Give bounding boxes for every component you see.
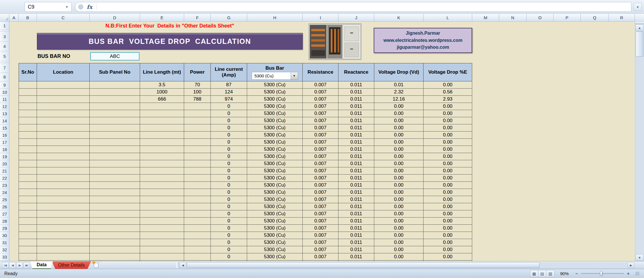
column-header-L[interactable]: L: [424, 14, 472, 21]
table-cell-reactance[interactable]: 0.011: [338, 253, 374, 261]
table-cell-reactance[interactable]: 0.011: [338, 96, 374, 103]
name-box-dropdown-icon[interactable]: ▼: [65, 5, 68, 9]
table-cell-bus_bar[interactable]: 5300 (Cu): [247, 81, 303, 89]
table-cell-line_current[interactable]: 0: [211, 103, 247, 110]
row-header-28[interactable]: 28: [0, 218, 9, 225]
table-cell-location[interactable]: [37, 160, 90, 167]
vertical-scrollbar[interactable]: ▲ ▼: [635, 21, 644, 261]
table-cell-sub_panel_no[interactable]: [90, 89, 140, 96]
column-header-M[interactable]: M: [472, 14, 499, 21]
table-cell-resistance[interactable]: 0.007: [303, 117, 338, 124]
table-cell-sub_panel_no[interactable]: [90, 232, 140, 239]
table-cell-line_current[interactable]: 0: [211, 210, 247, 218]
table-cell-line_current[interactable]: 124: [211, 89, 247, 96]
table-cell-sub_panel_no[interactable]: [90, 117, 140, 124]
column-header-A[interactable]: A: [9, 14, 19, 21]
table-cell-resistance[interactable]: 0.007: [303, 110, 338, 117]
table-cell-voltage_drop_pct[interactable]: 0.00: [424, 196, 472, 203]
table-cell-power[interactable]: 788: [184, 96, 211, 103]
table-cell-voltage_drop_pct[interactable]: 0.00: [424, 117, 472, 124]
formula-bar-expand-button[interactable]: ▾: [634, 3, 642, 11]
table-cell-line_current[interactable]: 0: [211, 225, 247, 232]
table-cell-voltage_drop_pct[interactable]: 0.00: [424, 124, 472, 132]
table-cell-sub_panel_no[interactable]: [90, 203, 140, 210]
table-cell-power[interactable]: [184, 110, 211, 117]
select-all-corner[interactable]: [0, 14, 9, 21]
table-cell-bus_bar[interactable]: 5300 (Cu): [247, 232, 303, 239]
table-cell-reactance[interactable]: 0.011: [338, 103, 374, 110]
column-header-E[interactable]: E: [140, 14, 184, 21]
table-cell-voltage_drop[interactable]: 0.00: [374, 160, 424, 167]
table-cell-voltage_drop[interactable]: 0.00: [374, 132, 424, 139]
table-cell-voltage_drop[interactable]: 0.00: [374, 239, 424, 246]
table-cell-sr_no[interactable]: [19, 124, 37, 132]
table-cell-resistance[interactable]: 0.007: [303, 253, 338, 261]
table-cell-resistance[interactable]: 0.007: [303, 146, 338, 153]
table-cell-resistance[interactable]: 0.007: [303, 225, 338, 232]
table-cell-sub_panel_no[interactable]: [90, 189, 140, 196]
table-cell-sr_no[interactable]: [19, 175, 37, 182]
table-cell-bus_bar[interactable]: 5300 (Cu): [247, 132, 303, 139]
table-cell-resistance[interactable]: 0.007: [303, 189, 338, 196]
table-cell-sr_no[interactable]: [19, 110, 37, 117]
next-sheet-icon[interactable]: ▶: [16, 262, 23, 268]
horizontal-scrollbar-thumb[interactable]: [187, 262, 539, 268]
table-cell-sub_panel_no[interactable]: [90, 210, 140, 218]
table-cell-bus_bar[interactable]: 5300 (Cu): [247, 175, 303, 182]
table-cell-line_length[interactable]: [140, 239, 184, 246]
table-cell-power[interactable]: [184, 139, 211, 146]
table-cell-reactance[interactable]: 0.011: [338, 175, 374, 182]
table-cell-line_current[interactable]: 0: [211, 232, 247, 239]
table-cell-sr_no[interactable]: [19, 167, 37, 175]
table-cell-line_length[interactable]: [140, 189, 184, 196]
vertical-split-handle[interactable]: [635, 21, 644, 24]
table-cell-location[interactable]: [37, 203, 90, 210]
column-header-N[interactable]: N: [499, 14, 527, 21]
table-cell-line_length[interactable]: [140, 253, 184, 261]
table-cell-sub_panel_no[interactable]: [90, 175, 140, 182]
table-cell-bus_bar[interactable]: 5300 (Cu): [247, 189, 303, 196]
zoom-level[interactable]: 90%: [558, 270, 571, 277]
table-cell-resistance[interactable]: 0.007: [303, 182, 338, 189]
table-cell-line_length[interactable]: [140, 196, 184, 203]
table-cell-voltage_drop[interactable]: 0.00: [374, 182, 424, 189]
table-cell-bus_bar[interactable]: 5300 (Cu): [247, 182, 303, 189]
table-cell-line_current[interactable]: 0: [211, 139, 247, 146]
table-cell-voltage_drop_pct[interactable]: 0.00: [424, 253, 472, 261]
table-cell-voltage_drop_pct[interactable]: 0.00: [424, 218, 472, 225]
table-cell-line_length[interactable]: [140, 110, 184, 117]
table-cell-sub_panel_no[interactable]: [90, 196, 140, 203]
table-cell-resistance[interactable]: 0.007: [303, 153, 338, 160]
table-cell-sub_panel_no[interactable]: [90, 239, 140, 246]
vertical-scrollbar-thumb[interactable]: [636, 32, 643, 57]
page-break-preview-icon[interactable]: ▧: [546, 270, 554, 277]
table-cell-voltage_drop[interactable]: 12.16: [374, 96, 424, 103]
table-cell-reactance[interactable]: 0.011: [338, 89, 374, 96]
table-cell-sr_no[interactable]: [19, 132, 37, 139]
table-cell-power[interactable]: [184, 182, 211, 189]
table-cell-sub_panel_no[interactable]: [90, 225, 140, 232]
column-header-G[interactable]: G: [211, 14, 247, 21]
column-header-Q[interactable]: Q: [581, 14, 609, 21]
table-cell-voltage_drop[interactable]: 0.00: [374, 124, 424, 132]
table-cell-sr_no[interactable]: [19, 232, 37, 239]
table-cell-voltage_drop[interactable]: 0.00: [374, 146, 424, 153]
table-cell-reactance[interactable]: 0.011: [338, 196, 374, 203]
table-cell-power[interactable]: [184, 246, 211, 253]
table-cell-voltage_drop[interactable]: 0.00: [374, 218, 424, 225]
table-cell-sub_panel_no[interactable]: [90, 182, 140, 189]
horizontal-scrollbar-track[interactable]: [186, 262, 627, 268]
table-cell-location[interactable]: [37, 189, 90, 196]
table-cell-voltage_drop[interactable]: 0.00: [374, 117, 424, 124]
table-cell-power[interactable]: [184, 167, 211, 175]
table-cell-voltage_drop_pct[interactable]: 0.00: [424, 225, 472, 232]
column-header-R[interactable]: R: [609, 14, 635, 21]
table-cell-bus_bar[interactable]: 5300 (Cu): [247, 153, 303, 160]
table-cell-voltage_drop_pct[interactable]: 0.00: [424, 203, 472, 210]
row-header-23[interactable]: 23: [0, 182, 9, 189]
table-cell-sub_panel_no[interactable]: [90, 110, 140, 117]
normal-view-icon[interactable]: ▦: [530, 270, 538, 277]
table-cell-line_current[interactable]: 0: [211, 203, 247, 210]
table-cell-bus_bar[interactable]: 5300 (Cu): [247, 124, 303, 132]
row-header-14[interactable]: 14: [0, 117, 9, 124]
